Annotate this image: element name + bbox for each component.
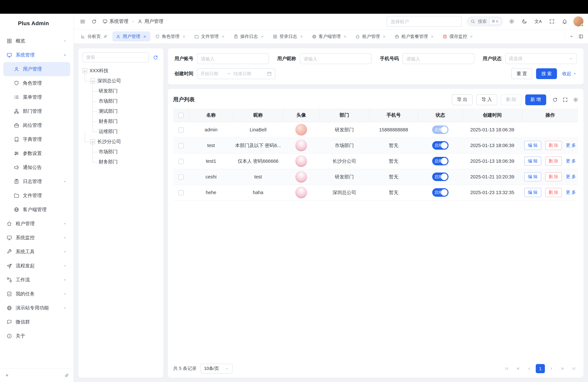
close-icon[interactable] — [299, 35, 303, 38]
tab-role-mgmt[interactable]: 角色管理 — [151, 31, 189, 42]
sidebar-item-menu-mgmt[interactable]: 菜单管理 — [3, 90, 70, 104]
close-icon[interactable] — [143, 35, 147, 38]
more-button[interactable]: 更 多 — [566, 143, 576, 148]
close-icon[interactable] — [430, 35, 434, 38]
row-checkbox[interactable] — [178, 174, 184, 180]
table-row[interactable]: test 本部门及以下 密码6... 市场部门 暂无 启用 2025-01-13… — [173, 138, 578, 153]
close-icon[interactable] — [260, 35, 264, 38]
sidebar-item-client-mgmt[interactable]: 客户端管理 — [3, 203, 70, 217]
tab-login-log[interactable]: 登录日志 — [269, 31, 307, 42]
status-switch[interactable]: 启用 — [432, 188, 448, 197]
more-button[interactable]: 更 多 — [566, 174, 576, 180]
sidebar-item-post-mgmt[interactable]: 岗位管理 — [3, 118, 70, 132]
row-checkbox[interactable] — [178, 190, 184, 195]
next-pages-button[interactable] — [558, 364, 567, 373]
sidebar-item-process-start[interactable]: 流程发起 — [3, 259, 70, 273]
select-all-checkbox[interactable] — [178, 113, 184, 118]
refresh-table-icon[interactable] — [552, 97, 558, 103]
collapse-filters-link[interactable]: 收起 — [562, 71, 577, 77]
tab-client-mgmt[interactable]: 客户端管理 — [308, 31, 351, 42]
tree-search-input[interactable] — [82, 52, 149, 63]
sidebar-item-param-settings[interactable]: 参数设置 — [3, 146, 70, 160]
sidebar-toggle-button[interactable] — [78, 17, 87, 26]
tab-tenant-package-mgmt[interactable]: 租户套餐管理 — [391, 31, 438, 42]
pin-icon[interactable] — [103, 34, 107, 39]
close-icon[interactable] — [469, 35, 473, 38]
tree-node[interactable]: XXX科技 — [82, 66, 159, 76]
search-button[interactable]: 搜 索 — [536, 68, 557, 79]
prev-pages-button[interactable] — [514, 364, 523, 373]
sidebar-item-my-tasks[interactable]: 我的任务 — [3, 287, 70, 301]
tabs-layout-button[interactable] — [577, 33, 585, 40]
row-checkbox[interactable] — [178, 159, 184, 164]
prev-page-button[interactable] — [525, 364, 534, 373]
sidebar-item-wechat-group[interactable]: 微信群 — [3, 315, 70, 329]
table-row[interactable]: ceshi test 研发部门 暂无 启用 2025-01-21 10:20:3… — [173, 169, 578, 185]
edit-button[interactable]: 编 辑 — [524, 156, 541, 166]
tab-analysis-page[interactable]: 分析页 — [77, 31, 111, 42]
delete-selected-button[interactable]: 删 除 — [501, 94, 522, 105]
user-avatar-button[interactable] — [573, 16, 583, 26]
last-page-button[interactable] — [569, 364, 578, 373]
sidebar-item-user-mgmt[interactable]: 用户管理 — [3, 62, 70, 76]
close-icon[interactable] — [182, 35, 186, 38]
more-button[interactable]: 更 多 — [566, 190, 576, 195]
next-page-button[interactable] — [547, 364, 556, 373]
tree-node[interactable]: 测试部门 — [82, 106, 159, 116]
first-page-button[interactable] — [503, 364, 512, 373]
status-switch[interactable]: 启用 — [432, 172, 448, 181]
reset-button[interactable]: 重 置 — [511, 68, 532, 79]
sidebar-item-system-mgmt[interactable]: 系统管理 — [3, 48, 70, 62]
close-icon[interactable] — [382, 35, 386, 38]
import-button[interactable]: 导 入 — [476, 94, 497, 105]
sidebar-item-notice[interactable]: 通知公告 — [3, 160, 70, 174]
language-button[interactable] — [533, 17, 543, 26]
page-size-select[interactable]: 10条/页 — [200, 364, 232, 374]
breadcrumb-section[interactable]: 系统管理 — [103, 18, 128, 24]
tree-node[interactable]: 市场部门 — [82, 147, 159, 157]
tree-node[interactable]: 运维部门 — [82, 127, 159, 137]
tab-file-mgmt[interactable]: 文件管理 — [191, 31, 229, 42]
pin-sidebar-button[interactable] — [63, 372, 70, 379]
phone-input[interactable] — [402, 53, 474, 64]
settings-button[interactable] — [508, 17, 516, 25]
page-1-button[interactable]: 1 — [536, 364, 545, 373]
row-checkbox[interactable] — [178, 143, 184, 148]
sidebar-item-about[interactable]: 关于 — [3, 329, 70, 343]
refresh-page-button[interactable] — [90, 18, 98, 25]
status-switch[interactable]: 启用 — [432, 141, 448, 150]
tree-node[interactable]: 财务部门 — [82, 116, 159, 127]
tree-node[interactable]: 财务部门 — [82, 157, 159, 167]
status-switch[interactable]: 启用 — [432, 157, 448, 165]
tabs-menu-button[interactable] — [568, 33, 575, 40]
global-search-button[interactable]: 搜索 ⌘ K — [466, 16, 503, 27]
row-checkbox[interactable] — [178, 127, 184, 132]
edit-button[interactable]: 编 辑 — [524, 172, 541, 181]
delete-button[interactable]: 删 除 — [545, 156, 562, 166]
breadcrumb-page[interactable]: 用户管理 — [138, 18, 163, 24]
tab-operation-log[interactable]: 操作日志 — [230, 31, 268, 42]
tree-node[interactable]: 研发部门 — [82, 86, 159, 96]
fullscreen-table-icon[interactable] — [563, 97, 568, 103]
close-icon[interactable] — [343, 35, 347, 38]
notifications-button[interactable] — [561, 17, 569, 25]
delete-button[interactable]: 删 除 — [545, 172, 562, 181]
sidebar-item-file-mgmt[interactable]: 文件管理 — [3, 189, 70, 203]
status-switch[interactable]: 启用 — [432, 126, 448, 134]
tree-node[interactable]: 长沙分公司 — [82, 137, 159, 147]
table-row[interactable]: test1 仅本人 密码666666 长沙分公司 暂无 启用 2025-01-1… — [173, 153, 578, 169]
sidebar-item-demo-features[interactable]: 演示站专用功能 — [3, 301, 70, 315]
column-settings-icon[interactable] — [573, 97, 578, 103]
delete-button[interactable]: 删 除 — [545, 141, 562, 150]
table-row[interactable]: admin LinaBell 研发部门 15888888888 启用 2025-… — [173, 122, 578, 138]
tree-node[interactable]: 深圳总公司 — [82, 76, 159, 86]
sidebar-item-overview[interactable]: 概览 — [3, 34, 70, 48]
sidebar-item-system-tools[interactable]: 系统工具 — [3, 245, 70, 259]
tree-refresh-button[interactable] — [152, 53, 159, 61]
tree-node[interactable]: 市场部门 — [82, 96, 159, 106]
sidebar-item-dict-mgmt[interactable]: 字典管理 — [3, 132, 70, 146]
nickname-input[interactable] — [300, 53, 371, 64]
start-date-input[interactable] — [201, 71, 224, 76]
sidebar-item-role-mgmt[interactable]: 角色管理 — [3, 76, 70, 90]
table-row[interactable]: hehe haha 深圳总公司 暂无 启用 2025-01-23 13:32:3… — [173, 185, 578, 200]
